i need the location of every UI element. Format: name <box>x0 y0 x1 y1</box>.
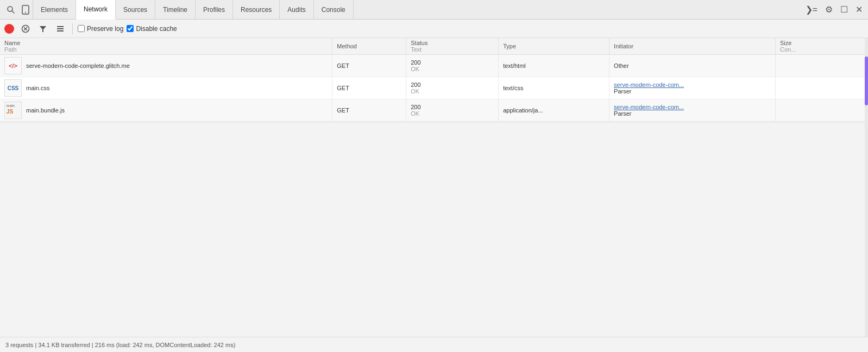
tab-audits[interactable]: Audits <box>280 0 313 20</box>
list-view-button[interactable] <box>53 23 67 35</box>
js-file-icon: JS main <box>4 102 22 119</box>
svg-text:JS: JS <box>7 109 14 115</box>
nav-right-icons: ❯= ⚙ ☐ ✕ <box>803 3 865 16</box>
col-header-method[interactable]: Method <box>332 38 406 55</box>
html-file-icon: </> <box>4 57 22 74</box>
clear-button[interactable] <box>18 23 33 35</box>
css-file-icon: CSS <box>4 79 22 97</box>
col-header-name[interactable]: Name Path <box>0 38 332 55</box>
col-header-type[interactable]: Type <box>499 38 609 55</box>
tab-resources[interactable]: Resources <box>233 0 280 20</box>
settings-icon[interactable]: ⚙ <box>823 3 835 16</box>
status-cell-3: 200 OK <box>406 99 499 122</box>
main-area: Preserve log Disable cache Name Path Met… <box>0 20 868 352</box>
scrollbar-thumb[interactable] <box>865 56 868 105</box>
record-button[interactable] <box>4 24 14 34</box>
table-row[interactable]: </> serve-modern-code-complete.glitch.me… <box>0 55 868 77</box>
scrollbar-track[interactable] <box>865 38 868 352</box>
search-icon[interactable] <box>3 3 18 16</box>
toolbar-divider <box>72 23 73 34</box>
close-icon[interactable]: ✕ <box>853 3 865 16</box>
size-cell-3 <box>776 99 868 122</box>
preserve-log-checkbox[interactable] <box>78 25 85 32</box>
tab-network[interactable]: Network <box>76 0 116 20</box>
table-header-row: Name Path Method Status Text Type <box>0 38 868 55</box>
tab-profiles[interactable]: Profiles <box>196 0 233 20</box>
tab-console[interactable]: Console <box>314 0 354 20</box>
svg-point-3 <box>25 12 26 13</box>
size-cell-2 <box>776 77 868 99</box>
col-header-initiator[interactable]: Initiator <box>609 38 776 55</box>
type-cell-2: text/css <box>499 77 609 99</box>
svg-line-1 <box>12 11 14 13</box>
dock-icon[interactable]: ☐ <box>838 3 850 16</box>
status-cell-2: 200 OK <box>406 77 499 99</box>
preserve-log-label[interactable]: Preserve log <box>78 25 123 33</box>
method-cell-1: GET <box>332 55 406 77</box>
initiator-cell-1: Other <box>609 55 776 77</box>
disable-cache-label[interactable]: Disable cache <box>127 25 177 33</box>
type-cell-3: application/ja... <box>499 99 609 122</box>
svg-text:main: main <box>7 104 15 108</box>
network-table-container: Name Path Method Status Text Type <box>0 38 868 122</box>
status-cell-1: 200 OK <box>406 55 499 77</box>
name-cell-2: CSS main.css <box>0 77 332 99</box>
tab-elements[interactable]: Elements <box>33 0 76 20</box>
network-table: Name Path Method Status Text Type <box>0 38 868 122</box>
filter-button[interactable] <box>36 23 50 35</box>
expand-icon[interactable]: ❯= <box>803 3 820 16</box>
svg-rect-9 <box>57 28 64 29</box>
method-cell-3: GET <box>332 99 406 122</box>
type-cell-1: text/html <box>499 55 609 77</box>
network-table-wrapper: Name Path Method Status Text Type <box>0 38 868 352</box>
name-cell-3: JS main main.bundle.js <box>0 99 332 122</box>
toolbar: Preserve log Disable cache <box>0 20 868 38</box>
size-cell-1 <box>776 55 868 77</box>
name-cell-1: </> serve-modern-code-complete.glitch.me <box>0 55 332 77</box>
disable-cache-checkbox[interactable] <box>127 25 134 32</box>
svg-text:</>: </> <box>9 62 17 69</box>
tab-sources[interactable]: Sources <box>116 0 155 20</box>
svg-rect-10 <box>57 30 64 32</box>
col-header-status[interactable]: Status Text <box>406 38 499 55</box>
table-row[interactable]: CSS main.css GET 200 OK <box>0 77 868 99</box>
initiator-cell-2: serve-modern-code-com... Parser <box>609 77 776 99</box>
status-bar: 3 requests | 34.1 KB transferred | 216 m… <box>0 337 868 352</box>
mobile-icon[interactable] <box>18 3 33 17</box>
method-cell-2: GET <box>332 77 406 99</box>
svg-rect-8 <box>57 26 64 27</box>
initiator-cell-3: serve-modern-code-com... Parser <box>609 99 776 122</box>
svg-marker-7 <box>40 26 46 32</box>
tab-timeline[interactable]: Timeline <box>155 0 196 20</box>
table-row[interactable]: JS main main.bundle.js GET 200 <box>0 99 868 122</box>
col-header-size[interactable]: Size Con... <box>776 38 868 55</box>
top-nav: Elements Network Sources Timeline Profil… <box>0 0 868 20</box>
